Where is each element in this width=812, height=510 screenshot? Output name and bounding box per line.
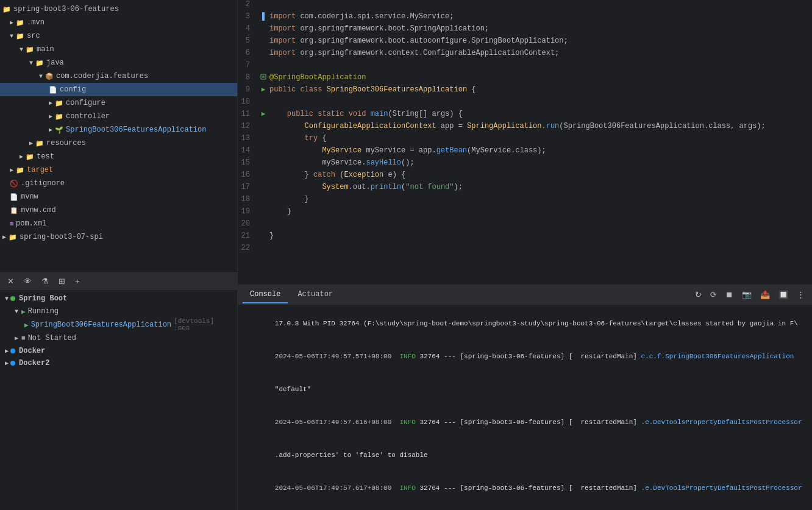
expand-button[interactable]: ⊞ [56, 275, 68, 287]
group-label: Docker [19, 347, 45, 355]
console-output: 17.0.8 With PID 32764 (F:\study\spring-b… [238, 305, 812, 510]
line-number: 18 [238, 195, 257, 204]
collapse-icon: ▶ [10, 19, 13, 26]
tree-item-main[interactable]: ▼ 📁 main [0, 43, 237, 56]
tree-item-mvnw[interactable]: 📄 mvnw [0, 190, 237, 204]
log-class: .e.DevToolsPropertyDefaultsPostProcessor [641, 419, 802, 426]
filter-button[interactable]: ⚗ [39, 275, 51, 287]
file-icon: 📄 [49, 86, 57, 94]
tree-label: mvnw.cmd [21, 206, 56, 214]
line-gutter [257, 12, 269, 21]
export-button[interactable]: 📤 [758, 289, 772, 300]
tree-item-mvnwcmd[interactable]: 📋 mvnw.cmd [0, 204, 237, 217]
tree-item-target[interactable]: ▶ 📁 target [0, 163, 237, 177]
docker-indicator [10, 361, 15, 366]
line-content [269, 97, 274, 106]
folder-icon: 📁 [55, 99, 63, 107]
spring-app-item[interactable]: ▶ SpringBoot306FeaturesApplication [devt… [0, 318, 237, 331]
tree-item-package[interactable]: ▼ 📦 com.coderjia.features [0, 69, 237, 83]
tree-item-spi[interactable]: ▶ 📁 spring-boot3-07-spi [0, 230, 237, 244]
log-line: .add-properties' to 'false' to disable [243, 439, 807, 472]
line-content: import org.springframework.boot.autoconf… [269, 37, 568, 45]
collapse-icon: ▶ [49, 113, 52, 120]
code-line-2: 2 [238, 0, 812, 12]
tree-item-test[interactable]: ▶ 📁 test [0, 150, 237, 163]
folder-icon: 📁 [16, 32, 24, 40]
line-content: import org.springframework.boot.SpringAp… [269, 24, 489, 33]
log-text: 32764 --- [spring-boot3-06-features] [ r… [419, 353, 641, 360]
tree-item-app[interactable]: ▶ 🌱 SpringBoot306FeaturesApplication [0, 123, 237, 136]
line-number: 7 [238, 61, 257, 69]
more-button[interactable]: ⋮ [794, 289, 807, 300]
tree-item-controller[interactable]: ▶ 📁 controller [0, 110, 237, 123]
folder-icon: 📁 [16, 19, 24, 27]
tree-item-src[interactable]: ▼ 📁 src [0, 29, 237, 43]
tree-item-pom[interactable]: m pom.xml [0, 217, 237, 230]
services-panel: ✕ 👁 ⚗ ⊞ + ▼ Spring Boot ▼ ▶ Running ▶ Sp… [0, 272, 237, 510]
code-line-15: 15 myService.sayHello(); [238, 158, 812, 171]
line-number: 3 [238, 12, 257, 21]
tab-console[interactable]: Console [243, 286, 288, 303]
tree-label: resources [46, 139, 86, 147]
tab-actuator[interactable]: Actuator [290, 286, 340, 303]
line-content: import com.coderjia.spi.service.MyServic… [269, 12, 454, 21]
tree-item-resources[interactable]: ▶ 📁 resources [0, 136, 237, 150]
code-line-8: 8 @SpringBootApplication [238, 73, 812, 85]
close-button[interactable]: ✕ [5, 275, 16, 287]
line-number: 13 [238, 134, 257, 143]
tree-item-config[interactable]: 📄 config [0, 83, 237, 96]
log-class: c.c.f.SpringBoot306FeaturesApplication [641, 353, 794, 360]
tree-label: .mvn [27, 18, 45, 27]
tree-label: mvnw [21, 193, 38, 201]
tree-item-java[interactable]: ▼ 📁 java [0, 56, 237, 69]
docker-group[interactable]: ▶ Docker [0, 345, 237, 357]
tree-label: .gitignore [21, 179, 65, 188]
app-name: SpringBoot306FeaturesApplication [31, 321, 171, 329]
code-line-12: 12 ConfigurableApplicationContext app = … [238, 122, 812, 134]
log-level: INFO [396, 419, 420, 426]
folder-icon: 📁 [35, 59, 44, 67]
tree-label: java [46, 58, 64, 67]
tree-item-gitignore[interactable]: 🚫 .gitignore [0, 177, 237, 190]
screenshot-button[interactable]: 📷 [739, 289, 754, 300]
stop-button[interactable]: ⏹ [723, 289, 736, 300]
tree-item-configure[interactable]: ▶ 📁 configure [0, 96, 237, 110]
line-gutter [257, 73, 269, 82]
annotation-icon [259, 73, 268, 82]
eye-button[interactable]: 👁 [21, 275, 34, 287]
tree-label: com.coderjia.features [56, 72, 148, 80]
code-line-21: 21 } [238, 232, 812, 244]
maven-icon: m [10, 221, 13, 227]
add-button[interactable]: + [73, 275, 82, 287]
code-line-16: 16 } catch (Exception e) { [238, 171, 812, 183]
line-number: 2 [238, 0, 257, 9]
line-gutter: ▶ [257, 85, 269, 93]
play-icon: ▶ [24, 321, 29, 329]
code-line-20: 20 [238, 219, 812, 232]
not-started-group[interactable]: ▶ ■ Not Started [0, 331, 237, 345]
running-group[interactable]: ▼ ▶ Running [0, 305, 237, 318]
line-content [269, 0, 274, 9]
layout-button[interactable]: 🔲 [776, 289, 791, 300]
docker2-group[interactable]: ▶ Docker2 [0, 357, 237, 369]
console-panel: Console Actuator ↻ ⟳ ⏹ 📷 📤 🔲 ⋮ 17.0.8 Wi… [238, 285, 812, 510]
restart-button[interactable]: ↻ [693, 289, 704, 300]
line-content: } [269, 207, 291, 216]
log-text: 2024-05-06T17:49:57.616+08:00 [275, 419, 396, 426]
line-number: 21 [238, 232, 257, 240]
line-number: 22 [238, 244, 257, 252]
line-number: 12 [238, 122, 257, 130]
code-editor: 2 3 import com.coderjia.spi.service.MySe… [238, 0, 812, 285]
running-indicator [10, 296, 15, 301]
chevron-icon: ▶ [5, 347, 9, 355]
line-content: @SpringBootApplication [269, 73, 366, 82]
spring-boot-group[interactable]: ▼ Spring Boot [0, 292, 237, 305]
reload-button[interactable]: ⟳ [708, 289, 719, 300]
project-root[interactable]: 📁 spring-boot3-06-features [0, 2, 237, 16]
chevron-icon: ▶ [15, 335, 18, 342]
log-text: "default" [275, 386, 311, 393]
collapse-icon: ▶ [20, 153, 23, 160]
line-number: 11 [238, 110, 257, 118]
tree-item-mvn[interactable]: ▶ 📁 .mvn [0, 16, 237, 29]
line-number: 15 [238, 158, 257, 167]
